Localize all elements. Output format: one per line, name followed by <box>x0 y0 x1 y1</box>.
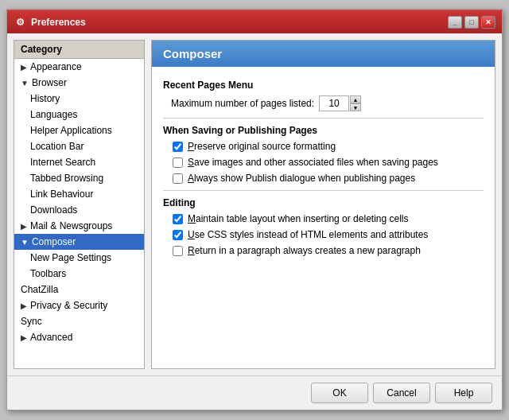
help-button[interactable]: Help <box>435 383 492 403</box>
sidebar-item-appearance[interactable]: ▶ Appearance <box>14 59 144 75</box>
ok-button[interactable]: OK <box>311 383 368 403</box>
checkbox-maintain-table: Maintain table layout when inserting or … <box>163 213 484 224</box>
sidebar-item-languages[interactable]: Languages <box>14 107 144 122</box>
panel-header: Composer <box>152 41 495 67</box>
maintain-table-checkbox[interactable] <box>173 214 183 224</box>
cancel-button[interactable]: Cancel <box>373 383 430 403</box>
main-panel: Composer Recent Pages Menu Maximum numbe… <box>151 40 495 369</box>
sidebar-item-history[interactable]: History <box>14 91 144 107</box>
footer: OK Cancel Help <box>7 375 502 410</box>
maintain-table-label: Maintain table layout when inserting or … <box>188 213 409 224</box>
sidebar-item-helper-apps[interactable]: Helper Applications <box>14 122 144 138</box>
max-pages-row: Maximum number of pages listed: ▲ ▼ <box>163 95 484 111</box>
sidebar-item-label: Advanced <box>30 332 72 343</box>
max-pages-label: Maximum number of pages listed: <box>171 98 314 109</box>
checkbox-use-css: Use CSS styles instead of HTML elements … <box>163 229 484 240</box>
saving-section-title: When Saving or Publishing Pages <box>163 125 484 136</box>
sidebar-item-chatzilla[interactable]: ChatZilla <box>14 282 144 298</box>
use-css-checkbox[interactable] <box>173 230 183 240</box>
checkbox-return-paragraph: Return in a paragraph always creates a n… <box>163 245 484 256</box>
sidebar-item-browser[interactable]: ▼ Browser <box>14 75 144 91</box>
titlebar-title: Preferences <box>31 17 448 28</box>
sidebar-item-composer[interactable]: ▼ Composer <box>14 234 144 250</box>
spinner-up-button[interactable]: ▲ <box>350 95 361 103</box>
return-paragraph-label: Return in a paragraph always creates a n… <box>188 245 421 256</box>
sidebar-item-label: Browser <box>32 77 67 88</box>
spinner-down-button[interactable]: ▼ <box>350 103 361 111</box>
sidebar-item-tabbed-browsing[interactable]: Tabbed Browsing <box>14 170 144 186</box>
sidebar-item-label: Helper Applications <box>30 125 112 136</box>
sidebar-header: Category <box>14 41 144 59</box>
recent-pages-section-title: Recent Pages Menu <box>163 80 484 91</box>
always-publish-label: Always show Publish dialogue when publis… <box>188 173 415 184</box>
max-pages-spinner: ▲ ▼ <box>319 95 361 111</box>
sidebar-item-label: Sync <box>21 316 42 327</box>
arrow-icon: ▼ <box>21 79 29 88</box>
use-css-label: Use CSS styles instead of HTML elements … <box>188 229 428 240</box>
sidebar: Category ▶ Appearance ▼ Browser History … <box>14 40 145 369</box>
spinner-buttons: ▲ ▼ <box>350 95 361 111</box>
save-images-label: Save images and other associated files w… <box>188 157 438 168</box>
sidebar-item-new-page-settings[interactable]: New Page Settings <box>14 250 144 266</box>
content-area: Category ▶ Appearance ▼ Browser History … <box>7 33 502 375</box>
sidebar-item-location-bar[interactable]: Location Bar <box>14 138 144 154</box>
sidebar-item-label: Tabbed Browsing <box>30 173 103 184</box>
sidebar-item-label: Location Bar <box>30 141 84 152</box>
return-paragraph-checkbox[interactable] <box>173 246 183 256</box>
titlebar-buttons: _ □ ✕ <box>448 16 495 29</box>
sidebar-item-privacy-security[interactable]: ▶ Privacy & Security <box>14 298 144 313</box>
preserve-formatting-checkbox[interactable] <box>173 142 183 152</box>
sidebar-item-label: ChatZilla <box>21 284 58 295</box>
sidebar-item-label: New Page Settings <box>30 252 111 263</box>
arrow-icon: ▶ <box>21 333 27 342</box>
sidebar-item-label: Appearance <box>30 61 82 72</box>
separator-2 <box>163 190 484 191</box>
sidebar-item-label: Languages <box>30 109 77 120</box>
checkbox-save-images: Save images and other associated files w… <box>163 157 484 168</box>
sidebar-item-link-behaviour[interactable]: Link Behaviour <box>14 186 144 202</box>
sidebar-item-downloads[interactable]: Downloads <box>14 202 144 218</box>
sidebar-item-label: Composer <box>32 236 76 247</box>
sidebar-item-internet-search[interactable]: Internet Search <box>14 154 144 170</box>
checkbox-always-publish: Always show Publish dialogue when publis… <box>163 173 484 184</box>
sidebar-item-advanced[interactable]: ▶ Advanced <box>14 329 144 345</box>
sidebar-item-label: History <box>30 93 60 104</box>
sidebar-item-label: Toolbars <box>30 268 66 279</box>
separator-1 <box>163 118 484 119</box>
sidebar-item-toolbars[interactable]: Toolbars <box>14 266 144 282</box>
arrow-icon: ▼ <box>21 238 29 247</box>
sidebar-item-label: Internet Search <box>30 157 95 168</box>
arrow-icon: ▶ <box>21 63 27 72</box>
checkbox-preserve-formatting: Preserve original source formatting <box>163 141 484 152</box>
maximize-button[interactable]: □ <box>464 16 479 29</box>
titlebar-icon: ⚙ <box>14 16 26 29</box>
sidebar-item-label: Mail & Newsgroups <box>30 220 112 231</box>
minimize-button[interactable]: _ <box>448 16 462 29</box>
close-button[interactable]: ✕ <box>481 16 495 29</box>
arrow-icon: ▶ <box>21 301 27 310</box>
arrow-icon: ▶ <box>21 222 27 231</box>
max-pages-input[interactable] <box>319 95 349 111</box>
sidebar-item-sync[interactable]: Sync <box>14 313 144 329</box>
preferences-window: ⚙ Preferences _ □ ✕ Category ▶ Appearanc… <box>6 10 503 410</box>
sidebar-item-mail-newsgroups[interactable]: ▶ Mail & Newsgroups <box>14 218 144 234</box>
editing-section-title: Editing <box>163 197 484 208</box>
save-images-checkbox[interactable] <box>173 158 183 168</box>
sidebar-item-label: Downloads <box>30 204 77 216</box>
sidebar-item-label: Privacy & Security <box>30 300 107 311</box>
sidebar-item-label: Link Behaviour <box>30 189 93 200</box>
titlebar: ⚙ Preferences _ □ ✕ <box>7 11 502 33</box>
preserve-formatting-label: Preserve original source formatting <box>188 141 336 152</box>
always-publish-checkbox[interactable] <box>173 173 183 184</box>
panel-body: Recent Pages Menu Maximum number of page… <box>152 67 495 368</box>
panel-title: Composer <box>163 47 222 60</box>
